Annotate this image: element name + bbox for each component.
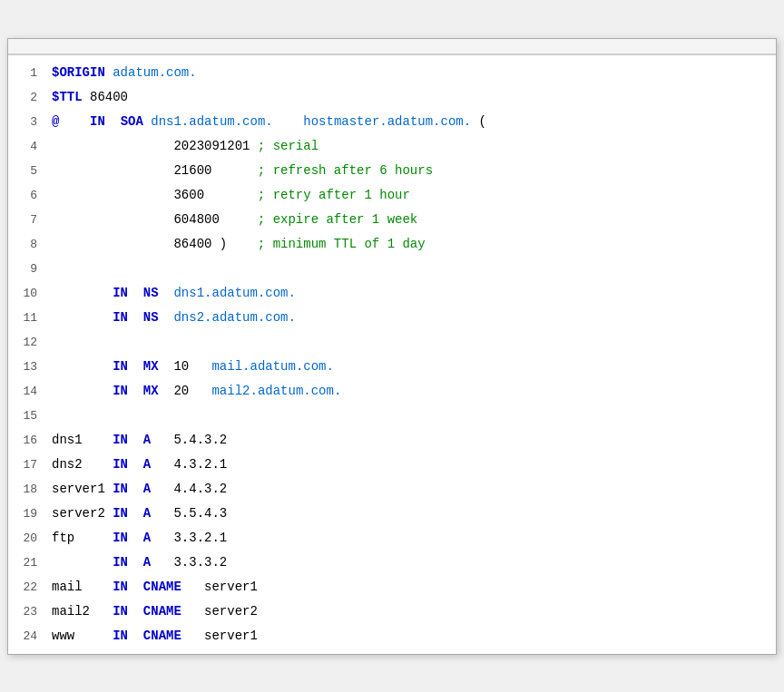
editor-line: 6 3600 ; retry after 1 hour [8, 183, 776, 208]
line-content[interactable]: dns2 IN A 4.3.2.1 [48, 453, 776, 476]
dns-zone-editor-window: 1$ORIGIN adatum.com.2$TTL 864003@ IN SOA… [7, 38, 777, 655]
line-content[interactable] [48, 404, 776, 427]
line-content[interactable]: 21600 ; refresh after 6 hours [48, 159, 776, 182]
line-number: 24 [8, 625, 48, 648]
line-number: 23 [8, 600, 48, 624]
line-content[interactable]: 604800 ; expire after 1 week [48, 208, 776, 231]
line-number: 11 [8, 307, 48, 330]
editor-body[interactable]: 1$ORIGIN adatum.com.2$TTL 864003@ IN SOA… [8, 55, 776, 654]
editor-line: 16dns1 IN A 5.4.3.2 [8, 428, 776, 453]
line-content[interactable]: 3600 ; retry after 1 hour [48, 183, 776, 207]
line-number: 3 [8, 111, 48, 134]
line-content[interactable]: $TTL 86400 [48, 85, 776, 109]
editor-line: 14 IN MX 20 mail2.adatum.com. [8, 379, 776, 404]
line-content[interactable]: IN MX 10 mail.adatum.com. [48, 355, 776, 378]
editor-line: 3@ IN SOA dns1.adatum.com. hostmaster.ad… [8, 110, 776, 134]
editor-line: 17dns2 IN A 4.3.2.1 [8, 453, 776, 477]
line-content[interactable]: server2 IN A 5.5.4.3 [48, 502, 776, 525]
line-number: 13 [8, 356, 48, 379]
line-content[interactable]: dns1 IN A 5.4.3.2 [48, 428, 776, 452]
editor-line: 22mail IN CNAME server1 [8, 575, 776, 599]
line-number: 10 [8, 282, 48, 306]
editor-line: 9 [8, 257, 776, 281]
editor-line: 23mail2 IN CNAME server2 [8, 599, 776, 624]
line-content[interactable]: mail2 IN CNAME server2 [48, 599, 776, 623]
editor-line: 2$TTL 86400 [8, 85, 776, 110]
line-number: 19 [8, 502, 48, 526]
line-content[interactable]: www IN CNAME server1 [48, 624, 776, 648]
line-content[interactable]: 86400 ) ; minimum TTL of 1 day [48, 232, 776, 256]
line-number: 15 [8, 404, 48, 428]
editor-line: 12 [8, 330, 776, 355]
line-number: 18 [8, 478, 48, 502]
line-content[interactable]: IN NS dns2.adatum.com. [48, 306, 776, 329]
line-content[interactable] [48, 330, 776, 354]
editor-line: 8 86400 ) ; minimum TTL of 1 day [8, 232, 776, 257]
line-number: 22 [8, 576, 48, 599]
editor-line: 10 IN NS dns1.adatum.com. [8, 281, 776, 306]
line-number: 16 [8, 429, 48, 453]
editor-line: 4 2023091201 ; serial [8, 134, 776, 159]
title-bar [8, 39, 776, 55]
editor-line: 19server2 IN A 5.5.4.3 [8, 502, 776, 526]
line-content[interactable]: IN MX 20 mail2.adatum.com. [48, 379, 776, 403]
editor-line: 15 [8, 404, 776, 428]
line-number: 7 [8, 209, 48, 232]
line-content[interactable]: 2023091201 ; serial [48, 134, 776, 158]
line-content[interactable]: @ IN SOA dns1.adatum.com. hostmaster.ada… [48, 110, 776, 133]
editor-line: 20ftp IN A 3.3.2.1 [8, 526, 776, 551]
line-content[interactable] [48, 257, 776, 280]
line-content[interactable]: mail IN CNAME server1 [48, 575, 776, 599]
editor-line: 5 21600 ; refresh after 6 hours [8, 159, 776, 183]
line-content[interactable]: IN A 3.3.3.2 [48, 551, 776, 574]
line-number: 21 [8, 551, 48, 575]
editor-line: 7 604800 ; expire after 1 week [8, 208, 776, 232]
editor-line: 18server1 IN A 4.4.3.2 [8, 477, 776, 502]
line-number: 6 [8, 184, 48, 208]
editor-line: 13 IN MX 10 mail.adatum.com. [8, 355, 776, 379]
line-content[interactable]: IN NS dns1.adatum.com. [48, 281, 776, 305]
line-number: 20 [8, 527, 48, 551]
line-content[interactable]: $ORIGIN adatum.com. [48, 61, 776, 84]
line-number: 17 [8, 453, 48, 477]
line-number: 8 [8, 233, 48, 257]
editor-line: 21 IN A 3.3.3.2 [8, 551, 776, 575]
line-number: 14 [8, 380, 48, 404]
editor-line: 1$ORIGIN adatum.com. [8, 61, 776, 85]
line-number: 4 [8, 135, 48, 159]
editor-line: 11 IN NS dns2.adatum.com. [8, 306, 776, 330]
line-number: 1 [8, 62, 48, 85]
line-number: 2 [8, 86, 48, 110]
line-number: 12 [8, 331, 48, 355]
line-content[interactable]: server1 IN A 4.4.3.2 [48, 477, 776, 501]
line-number: 9 [8, 258, 48, 281]
line-number: 5 [8, 160, 48, 183]
line-content[interactable]: ftp IN A 3.3.2.1 [48, 526, 776, 550]
editor-line: 24www IN CNAME server1 [8, 624, 776, 648]
